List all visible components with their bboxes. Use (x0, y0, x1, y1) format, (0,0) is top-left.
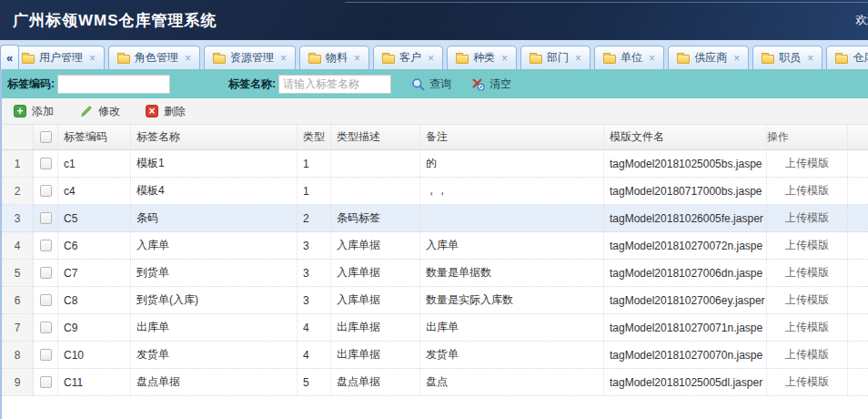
tab-close-icon[interactable]: × (428, 52, 434, 65)
header-remark[interactable]: 备注 (420, 125, 604, 149)
cell-remark: ，， (420, 178, 604, 204)
upload-template-link[interactable]: 上传模版 (767, 342, 848, 368)
row-checkbox-cell (34, 178, 58, 204)
tag-code-label: 标签编码: (7, 77, 55, 92)
tag-name-input[interactable] (278, 75, 391, 94)
upload-template-link[interactable]: 上传模版 (767, 205, 848, 231)
query-button[interactable]: 查询 (411, 77, 451, 92)
delete-button[interactable]: × 删除 (146, 104, 186, 119)
row-checkbox-cell (34, 369, 58, 395)
cell-type-desc (331, 150, 420, 177)
tab-close-icon[interactable]: × (185, 52, 191, 65)
table-row[interactable]: 5 C7 到货单 3 入库单据 数量是单据数 tagModel201810270… (2, 260, 868, 287)
upload-template-link[interactable]: 上传模版 (767, 150, 848, 177)
tab[interactable]: 客户 × (373, 46, 443, 69)
upload-template-link[interactable]: 上传模版 (767, 232, 848, 259)
tab-close-icon[interactable]: × (89, 52, 96, 65)
upload-template-link[interactable]: 上传模版 (767, 260, 848, 286)
add-button[interactable]: + 添加 (14, 104, 54, 119)
tab-close-icon[interactable]: × (354, 52, 360, 65)
upload-template-link[interactable]: 上传模版 (767, 287, 848, 313)
table-row[interactable]: 1 c1 模板1 1 的 tagModel20181025005bs.jaspe… (2, 150, 868, 178)
cell-tag-code: C7 (58, 260, 131, 286)
select-all-checkbox[interactable] (40, 131, 52, 143)
row-checkbox[interactable] (40, 267, 52, 279)
header-tag-name[interactable]: 标签名称 (131, 125, 298, 149)
cell-filler (848, 178, 868, 204)
tab[interactable]: 部门 × (520, 46, 590, 69)
cell-type-desc: 出库单据 (331, 342, 420, 368)
row-number: 5 (2, 260, 34, 286)
row-checkbox[interactable] (40, 376, 52, 388)
table-row[interactable]: 6 C8 到货单(入库) 3 入库单据 数量是实际入库数 tagModel201… (2, 287, 868, 314)
table-row[interactable]: 7 C9 出库单 4 出库单据 出库单 tagModel201810270071… (2, 314, 868, 342)
row-checkbox[interactable] (40, 349, 52, 361)
header-type[interactable]: 类型 (298, 125, 331, 149)
upload-template-link[interactable]: 上传模版 (767, 369, 848, 395)
tab-close-icon[interactable]: × (575, 52, 581, 65)
tab-close-icon[interactable]: × (501, 52, 508, 65)
tab-label: 种类 (473, 50, 495, 66)
header-type-desc[interactable]: 类型描述 (331, 125, 420, 149)
add-icon: + (14, 105, 26, 118)
cell-filler (848, 369, 868, 395)
app-title: 广州标领WMS仓库管理系统 (13, 10, 217, 31)
tab[interactable]: 仓库 × (826, 46, 868, 69)
table-row[interactable]: 9 C11 盘点单据 5 盘点单据 盘点 tagModel20181025005… (2, 369, 868, 396)
tab[interactable]: 资源管理 × (204, 46, 296, 69)
tab-bar: 用户管理 × 角色管理 × 资源管理 × 物料 × 客户 × 种类 × 部门 ×… (0, 40, 868, 69)
table-row[interactable]: 2 c4 模板4 1 ，， tagModel20180717000bs.jasp… (2, 178, 868, 205)
header-action[interactable]: 操作 (767, 125, 848, 149)
tab[interactable]: 种类 × (447, 46, 517, 69)
upload-template-link[interactable]: 上传模版 (767, 178, 848, 204)
tab-close-icon[interactable]: × (280, 52, 287, 65)
edit-button[interactable]: 修改 (79, 104, 120, 119)
row-checkbox[interactable] (40, 185, 52, 197)
row-checkbox[interactable] (40, 322, 52, 333)
row-checkbox[interactable] (40, 294, 52, 306)
cell-type-desc: 入库单据 (331, 287, 420, 313)
tab-label: 职员 (779, 50, 801, 66)
row-checkbox-cell (34, 150, 58, 177)
tab[interactable]: 职员 × (752, 46, 823, 69)
tab[interactable]: 物料 × (299, 46, 369, 69)
tab[interactable]: 用户管理 × (13, 46, 105, 69)
cell-filler (848, 232, 868, 259)
search-bar: 标签编码: 标签名称: 查询 清空 (2, 69, 868, 98)
row-checkbox[interactable] (40, 158, 52, 169)
table-row[interactable]: 8 C10 发货单 4 出库单据 发货单 tagModel20181027007… (2, 342, 868, 369)
grid-body: 1 c1 模板1 1 的 tagModel20181025005bs.jaspe… (2, 150, 868, 396)
cell-tag-code: C8 (58, 287, 131, 313)
table-row[interactable]: 4 C6 入库单 3 入库单据 入库单 tagModel201810270072… (2, 232, 868, 260)
tab[interactable]: 单位 × (594, 46, 664, 69)
cell-tag-code: c1 (58, 150, 131, 177)
app-header: 广州标领WMS仓库管理系统 欢迎 (0, 0, 868, 40)
cell-remark (420, 205, 604, 231)
cell-type: 3 (298, 287, 331, 313)
tab-close-icon[interactable]: × (649, 52, 655, 65)
row-checkbox[interactable] (40, 212, 52, 224)
cell-remark: 发货单 (420, 342, 604, 368)
tab-close-icon[interactable]: × (733, 52, 740, 65)
cell-type-desc: 入库单据 (331, 260, 420, 286)
header-file-name[interactable]: 模版文件名 (604, 125, 767, 149)
cell-tag-name: 发货单 (131, 342, 298, 368)
upload-template-link[interactable]: 上传模版 (767, 314, 848, 341)
table-row[interactable]: 3 C5 条码 2 条码标签 tagModel20181026005fe.jas… (2, 205, 868, 232)
tab[interactable]: 供应商 × (668, 46, 749, 69)
cell-remark: 入库单 (420, 232, 604, 259)
welcome-text: 欢迎 (855, 12, 868, 28)
header-tag-code[interactable]: 标签编码 (58, 125, 131, 149)
cell-tag-code: C6 (58, 232, 131, 259)
clear-button[interactable]: 清空 (471, 77, 511, 92)
row-checkbox[interactable] (40, 240, 52, 251)
tag-code-input[interactable] (57, 75, 170, 94)
tab-label: 资源管理 (230, 50, 274, 66)
row-checkbox-cell (34, 314, 58, 341)
cell-type: 1 (298, 178, 331, 204)
tab-close-icon[interactable]: × (807, 52, 813, 65)
cell-tag-name: 到货单 (131, 260, 298, 286)
tab[interactable]: 角色管理 × (108, 46, 200, 69)
row-number: 8 (2, 342, 34, 368)
tab-scroll-left-button[interactable]: « (0, 45, 19, 69)
